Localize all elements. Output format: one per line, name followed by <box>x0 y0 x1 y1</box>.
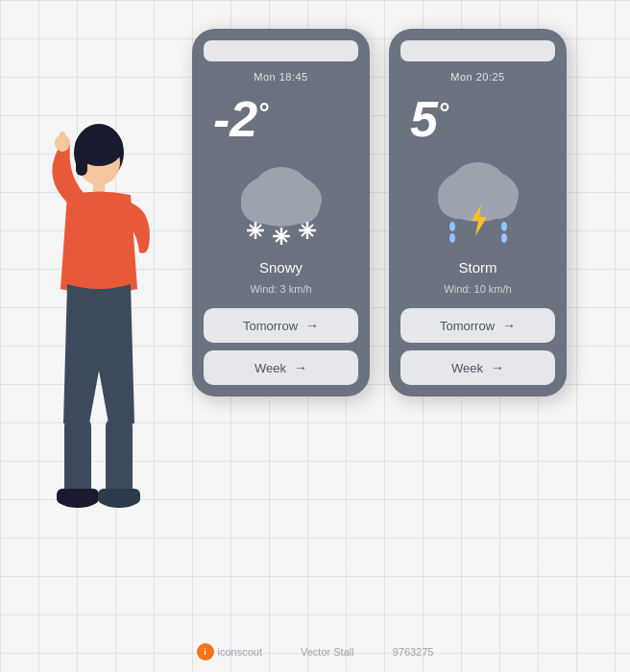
week-label-snowy: Week <box>254 361 286 375</box>
iconscout-label: iconscout <box>218 646 262 658</box>
storm-weather-icon <box>400 152 555 248</box>
phone-temp-snowy: -2° <box>204 94 358 144</box>
svg-point-16 <box>254 167 308 209</box>
svg-rect-12 <box>98 489 140 504</box>
wind-snowy: Wind: 3 km/h <box>204 283 358 295</box>
svg-rect-6 <box>60 132 65 147</box>
person-illustration <box>14 97 182 610</box>
tomorrow-label-snowy: Tomorrow <box>243 319 298 333</box>
arrow-icon-week-storm: → <box>491 360 504 375</box>
svg-point-35 <box>449 233 455 243</box>
snowy-weather-icon <box>204 152 358 248</box>
iconscout-logo: i iconscout <box>197 643 262 660</box>
arrow-icon-week-snowy: → <box>294 360 307 375</box>
svg-rect-3 <box>76 147 87 176</box>
tomorrow-label-storm: Tomorrow <box>440 319 495 333</box>
svg-rect-10 <box>106 419 133 495</box>
arrow-icon-tomorrow-storm: → <box>502 318 516 333</box>
svg-point-32 <box>451 162 505 204</box>
phone-card-storm: Mon 20:25 5° <box>389 29 567 396</box>
week-button-storm[interactable]: Week → <box>400 350 555 385</box>
vector-stall-label: Vector Stall <box>301 646 354 658</box>
week-label-storm: Week <box>451 361 483 375</box>
arrow-icon-tomorrow-snowy: → <box>305 318 319 333</box>
weather-condition-storm: Storm <box>400 259 555 276</box>
weather-condition-snowy: Snowy <box>204 259 358 276</box>
week-button-snowy[interactable]: Week → <box>204 350 358 385</box>
phone-card-snowy: Mon 18:45 -2° <box>192 29 370 396</box>
svg-rect-9 <box>57 489 99 504</box>
phones-container: Mon 18:45 -2° <box>192 29 567 396</box>
svg-rect-7 <box>64 419 91 495</box>
phone-temp-storm: 5° <box>400 94 555 144</box>
svg-point-37 <box>501 233 507 243</box>
phone-top-bar-snowy <box>204 40 358 61</box>
phone-top-bar-storm <box>400 40 555 61</box>
tomorrow-button-snowy[interactable]: Tomorrow → <box>204 308 358 343</box>
wind-storm: Wind: 10 km/h <box>400 283 555 295</box>
main-content: Mon 18:45 -2° <box>0 0 630 672</box>
phone-time-snowy: Mon 18:45 <box>204 71 358 83</box>
watermark: i iconscout Vector Stall 9763275 <box>0 643 630 660</box>
svg-point-36 <box>501 222 507 231</box>
tomorrow-button-storm[interactable]: Tomorrow → <box>400 308 555 343</box>
phone-time-storm: Mon 20:25 <box>400 71 555 83</box>
svg-point-34 <box>449 222 455 231</box>
iconscout-dot: i <box>197 643 214 660</box>
asset-id: 9763275 <box>393 646 434 658</box>
